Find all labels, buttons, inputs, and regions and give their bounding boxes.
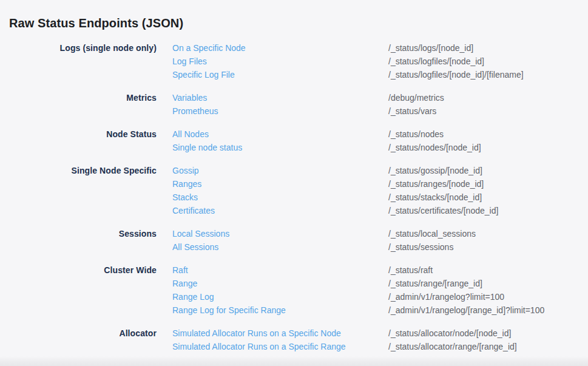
endpoint-link[interactable]: Specific Log File <box>172 68 388 81</box>
endpoint-row: Certificates /_status/certificates/[node… <box>172 204 579 217</box>
endpoint-path: /_status/allocator/node/[node_id] <box>388 327 511 340</box>
endpoint-row: Specific Log File /_status/logfiles/[nod… <box>172 68 579 81</box>
raw-status-endpoints-page: Raw Status Endpoints (JSON) Logs (single… <box>0 0 588 353</box>
endpoint-link[interactable]: All Sessions <box>172 240 388 254</box>
endpoint-path: /_status/logs/[node_id] <box>388 41 473 55</box>
endpoint-link[interactable]: Ranges <box>172 177 388 191</box>
endpoint-row: Simulated Allocator Runs on a Specific R… <box>172 340 579 353</box>
endpoint-row: Range Log for Specific Range /_admin/v1/… <box>172 303 579 317</box>
endpoint-link[interactable]: On a Specific Node <box>172 41 388 55</box>
bottom-edge-shadow <box>0 356 588 366</box>
endpoint-row: On a Specific Node /_status/logs/[node_i… <box>172 41 579 55</box>
endpoint-row: Raft /_status/raft <box>172 263 579 277</box>
endpoint-path: /_status/raft <box>388 263 433 277</box>
endpoint-link[interactable]: All Nodes <box>172 127 388 141</box>
endpoint-row: Range /_status/range/[range_id] <box>172 277 579 290</box>
endpoint-row: Simulated Allocator Runs on a Specific N… <box>172 327 579 340</box>
endpoint-group: Metrics Variables /debug/metrics Prometh… <box>9 91 579 118</box>
endpoint-link[interactable]: Raft <box>172 263 388 277</box>
category-label: Cluster Wide <box>9 263 157 277</box>
category-label: Allocator <box>9 327 157 340</box>
group-entries: Gossip /_status/gossip/[node_id] Ranges … <box>172 164 579 217</box>
group-entries: Raft /_status/raft Range /_status/range/… <box>172 263 579 317</box>
group-entries: Simulated Allocator Runs on a Specific N… <box>172 327 579 353</box>
category-label: Logs (single node only) <box>9 41 157 55</box>
endpoint-group: Allocator Simulated Allocator Runs on a … <box>9 327 579 353</box>
endpoint-path: /_status/allocator/range/[range_id] <box>388 340 517 353</box>
endpoint-path: /_status/stacks/[node_id] <box>388 191 482 204</box>
endpoint-path: /_status/gossip/[node_id] <box>388 164 482 177</box>
endpoint-group: Single Node Specific Gossip /_status/gos… <box>9 164 579 217</box>
endpoint-path: /_status/nodes/[node_id] <box>388 141 481 154</box>
endpoint-path: /_status/logfiles/[node_id]/[filename] <box>388 68 524 81</box>
endpoint-link[interactable]: Gossip <box>172 164 388 177</box>
endpoint-link[interactable]: Certificates <box>172 204 388 217</box>
endpoint-row: Variables /debug/metrics <box>172 91 579 104</box>
endpoint-path: /_status/sessions <box>388 240 453 254</box>
endpoint-link[interactable]: Single node status <box>172 141 388 154</box>
endpoint-row: Prometheus /_status/vars <box>172 104 579 118</box>
category-label: Single Node Specific <box>9 164 157 177</box>
endpoint-link[interactable]: Range Log <box>172 290 388 303</box>
endpoint-link[interactable]: Simulated Allocator Runs on a Specific R… <box>172 340 388 353</box>
endpoint-path: /_admin/v1/rangelog/[range_id]?limit=100 <box>388 303 544 317</box>
endpoint-row: Log Files /_status/logfiles/[node_id] <box>172 55 579 68</box>
endpoint-row: Single node status /_status/nodes/[node_… <box>172 141 579 154</box>
endpoint-row: Range Log /_admin/v1/rangelog?limit=100 <box>172 290 579 303</box>
endpoint-link[interactable]: Prometheus <box>172 104 388 118</box>
endpoint-link[interactable]: Variables <box>172 91 388 104</box>
endpoint-path: /_status/ranges/[node_id] <box>388 177 484 191</box>
category-label: Sessions <box>9 227 157 240</box>
endpoint-link[interactable]: Local Sessions <box>172 227 388 240</box>
endpoint-row: Local Sessions /_status/local_sessions <box>172 227 579 240</box>
group-entries: All Nodes /_status/nodes Single node sta… <box>172 127 579 154</box>
category-label: Node Status <box>9 127 157 141</box>
endpoint-path: /_status/logfiles/[node_id] <box>388 55 484 68</box>
endpoint-group: Logs (single node only) On a Specific No… <box>9 41 579 81</box>
endpoint-path: /_status/vars <box>388 104 436 118</box>
endpoint-path: /_status/range/[range_id] <box>388 277 482 290</box>
endpoint-group: Node Status All Nodes /_status/nodes Sin… <box>9 127 579 154</box>
endpoint-row: Ranges /_status/ranges/[node_id] <box>172 177 579 191</box>
category-label: Metrics <box>9 91 157 104</box>
endpoint-link[interactable]: Log Files <box>172 55 388 68</box>
endpoint-path: /_admin/v1/rangelog?limit=100 <box>388 290 504 303</box>
endpoint-row: All Nodes /_status/nodes <box>172 127 579 141</box>
group-entries: Local Sessions /_status/local_sessions A… <box>172 227 579 254</box>
endpoint-group: Cluster Wide Raft /_status/raft Range /_… <box>9 263 579 317</box>
endpoint-group: Sessions Local Sessions /_status/local_s… <box>9 227 579 254</box>
group-entries: Variables /debug/metrics Prometheus /_st… <box>172 91 579 118</box>
endpoint-link[interactable]: Stacks <box>172 191 388 204</box>
page-title: Raw Status Endpoints (JSON) <box>9 15 579 31</box>
endpoint-link[interactable]: Range Log for Specific Range <box>172 303 388 317</box>
endpoint-path: /_status/local_sessions <box>388 227 476 240</box>
endpoint-row: Gossip /_status/gossip/[node_id] <box>172 164 579 177</box>
endpoint-path: /_status/certificates/[node_id] <box>388 204 498 217</box>
endpoint-path: /_status/nodes <box>388 127 444 141</box>
endpoint-row: Stacks /_status/stacks/[node_id] <box>172 191 579 204</box>
group-entries: On a Specific Node /_status/logs/[node_i… <box>172 41 579 81</box>
endpoint-link[interactable]: Simulated Allocator Runs on a Specific N… <box>172 327 388 340</box>
endpoint-row: All Sessions /_status/sessions <box>172 240 579 254</box>
endpoint-link[interactable]: Range <box>172 277 388 290</box>
endpoint-groups: Logs (single node only) On a Specific No… <box>9 41 579 353</box>
endpoint-path: /debug/metrics <box>388 91 444 104</box>
